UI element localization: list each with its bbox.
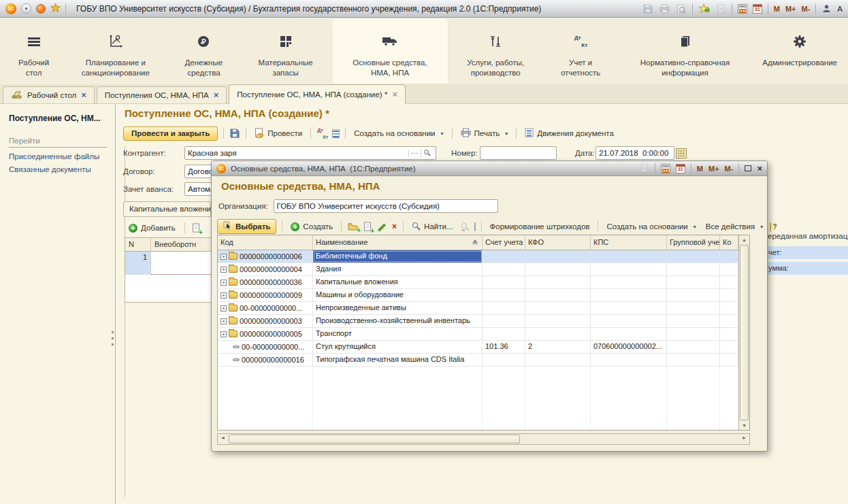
tab-receipts-list[interactable]: Поступления ОС, НМА, НПА [97,86,227,103]
add-row-button[interactable]: Добавить [126,222,178,234]
memory-mplus-button[interactable]: M+ [785,5,796,13]
debit-credit-icon[interactable]: ДтКт [316,128,328,139]
scroll-up-icon[interactable]: ▲ [739,237,749,242]
section-accounting[interactable]: ДтКт Учет и отчетность [543,18,619,84]
create-button[interactable]: Создать [288,221,336,233]
search-icon[interactable] [421,149,433,158]
save-icon[interactable] [229,128,240,139]
column-quantity[interactable]: Ко [720,235,738,250]
tab-receipt-new[interactable]: Поступление ОС, НМА, НПА (создание) * [229,84,406,104]
select-button[interactable]: Выбрать [217,219,276,234]
list-settings-icon[interactable] [474,222,476,231]
quick-access-button[interactable] [36,4,46,14]
help-icon[interactable] [770,222,771,232]
column-code[interactable]: Код [218,235,313,250]
column-kfo[interactable]: КФО [525,235,591,250]
all-actions-button[interactable]: Все действия [703,221,766,232]
expand-icon[interactable] [221,280,227,286]
print-button[interactable]: Печать [458,127,511,140]
close-icon[interactable] [757,165,762,172]
column-name[interactable]: Наименование [313,235,483,250]
user-icon[interactable] [821,3,832,14]
maximize-icon[interactable] [745,165,751,171]
main-menu-button[interactable]: ▾ [21,3,31,14]
close-tab-icon[interactable] [392,91,397,98]
number-input[interactable] [480,146,557,160]
1c-logo-icon[interactable]: 1С [5,3,16,14]
table-row[interactable]: 000000000000036 Капитальные вложения [218,276,738,289]
section-administration[interactable]: Администрирование [751,18,848,84]
table-row[interactable]: 000000000000016 Типографская печатная ма… [218,354,738,367]
save-icon[interactable] [642,3,653,14]
copy-row-icon[interactable] [191,222,201,233]
register-list-icon[interactable] [332,129,340,138]
table-row[interactable]: 00-00000000000... Непроизведенные активы [218,302,738,315]
date-picker-icon[interactable] [676,148,687,158]
scroll-right-icon[interactable]: ► [742,435,747,440]
close-tab-icon[interactable] [214,92,219,99]
scroll-thumb[interactable] [229,435,520,443]
organization-input[interactable]: ГОБУ ВПО Университет искусств (Субсидия) [274,199,498,213]
memory-mminus-button[interactable]: M- [725,165,734,173]
memory-m-button[interactable]: M [697,165,703,173]
create-based-on-button[interactable]: Создать на основании [604,221,698,232]
preview-icon[interactable] [676,3,687,14]
date-input[interactable]: 21.07.2018 0:00:00 [596,146,674,160]
clear-search-icon[interactable] [460,222,470,232]
table-row[interactable]: 000000000000006 Библиотечный фонд [218,250,738,263]
choose-button[interactable] [408,150,421,156]
calculator-icon[interactable] [661,164,670,173]
section-planning[interactable]: Планирование и санкционирование [63,18,167,84]
section-reference-info[interactable]: Нормативно-справочная информация [619,18,752,84]
expand-icon[interactable] [221,292,227,299]
table-row[interactable]: 000000000000003 Производственно-хозяйств… [218,315,738,328]
section-desktop[interactable]: Рабочий стол [4,18,63,84]
create-group-icon[interactable] [347,222,359,231]
column-account[interactable]: Счет учета [483,235,525,250]
scroll-thumb[interactable] [740,245,749,420]
calendar-icon[interactable]: 31 [676,164,685,173]
copy-item-icon[interactable] [363,221,372,232]
calendar-icon[interactable]: 31 [753,4,762,14]
calculator-icon[interactable] [738,4,747,14]
scroll-down-icon[interactable]: ▼ [739,423,749,428]
expand-icon[interactable] [221,254,227,260]
column-kps[interactable]: КПС [591,235,667,250]
favorite-page-icon[interactable] [716,3,726,14]
add-favorite-icon[interactable] [698,3,711,14]
scroll-left-icon[interactable]: ◄ [221,435,225,440]
tab-desktop[interactable]: Рабочий стол [3,86,95,103]
table-row[interactable]: 000000000000004 Здания [218,263,738,276]
create-based-on-button[interactable]: Создать на основании [351,128,446,139]
sidebar-link-attached-files[interactable]: Присоединенные файлы [9,152,110,161]
section-inventory[interactable]: Материальные запасы [240,18,331,84]
delete-icon[interactable] [391,222,397,231]
expand-icon[interactable] [221,331,227,337]
memory-m-button[interactable]: M [774,5,780,13]
section-services[interactable]: Услуги, работы, производство [449,18,543,84]
expand-icon[interactable] [221,318,227,324]
favorites-star-icon[interactable] [50,3,61,15]
expand-icon[interactable] [221,305,227,312]
memory-mplus-button[interactable]: M+ [708,165,719,173]
tab-capital-investments[interactable]: Капитальные вложени [123,201,211,217]
table-row[interactable]: 000000000000005 Транспорт [218,328,738,341]
memory-mminus-button[interactable]: M- [802,5,811,13]
favorite-page-icon[interactable] [640,163,649,173]
post-button[interactable]: Провести [252,127,305,141]
document-movements-button[interactable]: Движения документа [522,127,617,140]
sidebar-link-related-documents[interactable]: Связанные документы [9,165,110,173]
table-row[interactable]: 00-00000000000... Стул крутящийся 101.36… [218,341,738,354]
counterparty-input[interactable]: Красная заря [184,146,436,160]
print-icon[interactable] [659,3,670,14]
horizontal-scrollbar[interactable]: ◄ ► [217,433,750,445]
table-row[interactable]: 000000000000009 Машины и оборудование [218,289,738,302]
barcode-generation-button[interactable]: Формирование штрихкодов [487,221,593,232]
section-money[interactable]: P Денежные средства [168,18,240,84]
post-and-close-button[interactable]: Провести и закрыть [123,127,218,141]
section-fixed-assets[interactable]: Основные средства, НМА, НПА [331,18,449,84]
edit-pencil-icon[interactable] [376,221,387,232]
dialog-titlebar[interactable]: 1С Основные средства, НМА, НПА (1С:Предп… [212,161,767,176]
find-button[interactable]: Найти... [409,220,455,233]
close-tab-icon[interactable] [81,92,86,99]
